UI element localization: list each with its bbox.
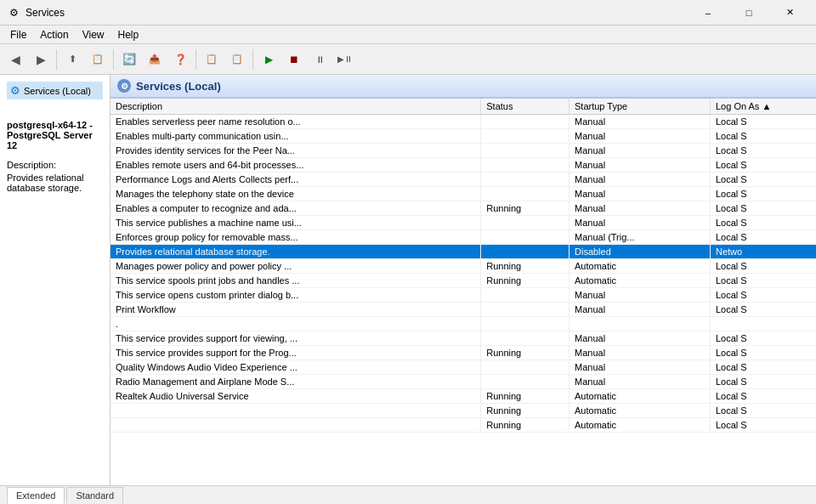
table-row[interactable]: Manages power policy and power policy ..…	[110, 259, 816, 274]
cell-description: Performance Logs and Alerts Collects per…	[110, 173, 481, 187]
table-row[interactable]: Provides relational database storage.Dis…	[110, 245, 816, 259]
cell-logon: Local S	[711, 288, 817, 303]
table-row[interactable]: This service spools print jobs and handl…	[110, 274, 816, 288]
cell-description: Manages the telephony state on the devic…	[110, 187, 481, 201]
maximize-button[interactable]: □	[729, 0, 768, 25]
table-header-row: Description Status Startup Type Log On A…	[110, 99, 816, 115]
table-row[interactable]: Manages the telephony state on the devic…	[110, 187, 816, 201]
right-panel-header-label: Services (Local)	[136, 80, 221, 93]
col-header-startup[interactable]: Startup Type	[570, 99, 711, 115]
toolbar-view2[interactable]: 📋	[225, 48, 249, 71]
menu-help[interactable]: Help	[111, 27, 146, 42]
menu-action[interactable]: Action	[33, 27, 75, 42]
app-icon: ⚙	[7, 6, 20, 20]
right-panel: ⚙ Services (Local) Description Status St…	[110, 75, 816, 485]
cell-startup: Disabled	[570, 245, 711, 259]
toolbar-start[interactable]: ▶	[257, 48, 280, 71]
toolbar-view1[interactable]: 📋	[200, 48, 224, 71]
table-row[interactable]: Enables multi-party communication usin..…	[110, 129, 816, 144]
cell-description: Radio Management and Airplane Mode S...	[110, 375, 481, 389]
table-row[interactable]: Print WorkflowManualLocal S	[110, 303, 816, 317]
cell-description: Enables multi-party communication usin..…	[110, 129, 481, 144]
toolbar-pause[interactable]: ⏸	[308, 48, 332, 71]
tab-extended[interactable]: Extended	[7, 487, 65, 504]
col-header-description[interactable]: Description	[110, 99, 481, 115]
toolbar-stop[interactable]: ⏹	[282, 48, 306, 71]
cell-startup: Automatic	[570, 259, 711, 274]
col-header-logon[interactable]: Log On As ▲	[711, 99, 817, 115]
cell-status	[481, 331, 570, 346]
cell-logon: Local S	[711, 303, 817, 317]
left-panel-icon: ⚙	[10, 84, 20, 97]
cell-status: Running	[481, 346, 570, 360]
cell-status: Running	[481, 389, 570, 404]
tab-standard[interactable]: Standard	[66, 487, 123, 503]
cell-description: Provides relational database storage.	[110, 245, 481, 259]
table-row[interactable]: This service provides support for the Pr…	[110, 346, 816, 360]
cell-status	[481, 173, 570, 187]
services-table[interactable]: Description Status Startup Type Log On A…	[110, 99, 816, 485]
table-row[interactable]: Realtek Audio Universal ServiceRunningAu…	[110, 389, 816, 404]
cell-logon: Local S	[711, 375, 817, 389]
toolbar-back[interactable]: ◀	[3, 48, 27, 71]
table-row[interactable]: Radio Management and Airplane Mode S...M…	[110, 375, 816, 389]
col-header-status[interactable]: Status	[481, 99, 570, 115]
table-row[interactable]: Enforces group policy for removable mass…	[110, 230, 816, 245]
minimize-button[interactable]: –	[688, 0, 728, 25]
toolbar-up[interactable]: ⬆	[60, 48, 84, 71]
cell-startup: Manual	[570, 187, 711, 201]
close-button[interactable]: ✕	[770, 0, 809, 25]
table-row[interactable]: Performance Logs and Alerts Collects per…	[110, 173, 816, 187]
toolbar-export[interactable]: 📤	[143, 48, 167, 71]
window-title: Services	[26, 7, 688, 19]
cell-status	[481, 375, 570, 389]
table-row[interactable]: .	[110, 317, 816, 331]
cell-status	[481, 144, 570, 158]
cell-logon: Local S	[711, 201, 817, 216]
menu-file[interactable]: File	[3, 27, 33, 42]
cell-description: This service opens custom printer dialog…	[110, 288, 481, 303]
cell-startup: Manual	[570, 288, 711, 303]
cell-description: This service provides support for the Pr…	[110, 346, 481, 360]
left-panel-header[interactable]: ⚙ Services (Local)	[7, 82, 103, 99]
window-controls: – □ ✕	[688, 0, 809, 25]
main-area: ⚙ Services (Local) postgresql-x64-12 - P…	[0, 75, 816, 485]
table-row[interactable]: Quality Windows Audio Video Experience .…	[110, 360, 816, 375]
cell-logon: Local S	[711, 360, 817, 375]
cell-logon: Local S	[711, 158, 817, 173]
table-row[interactable]: This service provides support for viewin…	[110, 331, 816, 346]
table-row[interactable]: RunningAutomaticLocal S	[110, 404, 816, 418]
cell-logon: Local S	[711, 259, 817, 274]
cell-startup: Manual	[570, 144, 711, 158]
toolbar-show-hide[interactable]: 📋	[86, 48, 110, 71]
cell-status	[481, 303, 570, 317]
cell-startup: Manual	[570, 360, 711, 375]
menu-bar: File Action View Help	[0, 25, 816, 44]
cell-logon: Local S	[711, 230, 817, 245]
cell-startup: Manual	[570, 346, 711, 360]
table-row[interactable]: This service publishes a machine name us…	[110, 216, 816, 230]
cell-logon: Local S	[711, 216, 817, 230]
cell-description: This service spools print jobs and handl…	[110, 274, 481, 288]
cell-description: Enables serverless peer name resolution …	[110, 115, 481, 129]
cell-startup: Manual	[570, 331, 711, 346]
cell-logon: Netwo	[711, 245, 817, 259]
cell-status	[481, 288, 570, 303]
toolbar-forward[interactable]: ▶	[29, 48, 53, 71]
toolbar-refresh[interactable]: 🔄	[117, 48, 141, 71]
table-row[interactable]: Enables a computer to recognize and ada.…	[110, 201, 816, 216]
table-row[interactable]: Enables remote users and 64-bit processe…	[110, 158, 816, 173]
table-row[interactable]: Enables serverless peer name resolution …	[110, 115, 816, 129]
cell-description: Provides identity services for the Peer …	[110, 144, 481, 158]
toolbar-restart[interactable]: ▶⏸	[333, 48, 357, 71]
table-row[interactable]: Provides identity services for the Peer …	[110, 144, 816, 158]
table-row[interactable]: This service opens custom printer dialog…	[110, 288, 816, 303]
cell-description: Enforces group policy for removable mass…	[110, 230, 481, 245]
menu-view[interactable]: View	[76, 27, 111, 42]
cell-description: .	[110, 317, 481, 331]
table-row[interactable]: RunningAutomaticLocal S	[110, 418, 816, 433]
toolbar-help[interactable]: ❓	[168, 48, 192, 71]
cell-description: This service publishes a machine name us…	[110, 216, 481, 230]
toolbar: ◀ ▶ ⬆ 📋 🔄 📤 ❓ 📋 📋 ▶ ⏹ ⏸ ▶⏸	[0, 44, 816, 75]
description-label: Description:	[7, 160, 56, 170]
